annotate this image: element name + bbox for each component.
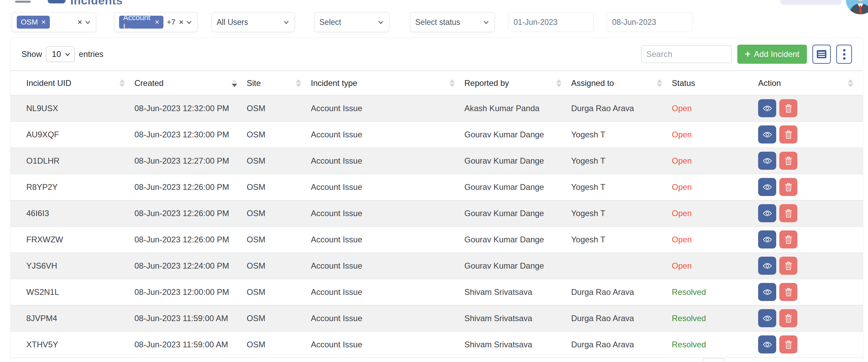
page-size-select[interactable]: 10 — [46, 46, 75, 62]
status-badge: Resolved — [672, 314, 706, 323]
column-header-site[interactable]: Site — [247, 71, 311, 95]
cell-status: Open — [672, 174, 758, 200]
trash-icon — [785, 261, 792, 270]
cell-action — [758, 200, 863, 226]
filter-generic-select[interactable]: Select — [314, 12, 389, 32]
cell-status: Resolved — [672, 331, 758, 358]
table-row: FRXWZW08-Jun-2023 12:26:00 PMOSMAccount … — [11, 226, 863, 253]
cell-created: 08-Jun-2023 11:59:00 AM — [134, 331, 247, 358]
status-badge: Open — [672, 156, 692, 165]
cell-reported-by: Gourav Kumar Dange — [464, 226, 571, 253]
view-incident-button[interactable] — [758, 230, 776, 248]
topbar-action-button[interactable] — [780, 0, 842, 5]
incidents-card: Show 10 entries + Add Incident — [10, 37, 863, 362]
topbar: Incidents — [0, 0, 868, 6]
kebab-icon — [843, 49, 845, 60]
date-from-input[interactable]: 01-Jun-2023 — [508, 12, 594, 32]
delete-incident-button[interactable] — [779, 178, 797, 196]
cell-incident-uid: AU9XQF — [11, 121, 134, 148]
cell-reported-by: Shivam Srivatsava — [464, 331, 571, 358]
view-incident-button[interactable] — [758, 152, 776, 170]
clear-filter-icon[interactable]: × — [179, 17, 184, 27]
trash-icon — [785, 183, 792, 192]
table-row: NL9USX08-Jun-2023 12:32:00 PMOSMAccount … — [11, 95, 863, 121]
clear-filter-icon[interactable]: × — [77, 17, 82, 27]
chevron-down-icon — [283, 19, 290, 26]
cell-incident-uid: O1DLHR — [11, 148, 134, 174]
view-incident-button[interactable] — [758, 99, 776, 117]
cell-incident-type: Account Issue — [311, 148, 464, 174]
status-badge: Open — [672, 209, 692, 218]
view-incident-button[interactable] — [758, 178, 776, 196]
delete-incident-button[interactable] — [779, 335, 797, 353]
delete-incident-button[interactable] — [779, 283, 797, 301]
show-label: Show — [21, 49, 42, 59]
cell-site: OSM — [247, 174, 311, 200]
table-row: XTHV5Y08-Jun-2023 11:59:00 AMOSMAccount … — [11, 331, 863, 358]
list-icon — [816, 50, 827, 59]
trash-icon — [785, 340, 792, 349]
cell-assigned-to: Durga Rao Arava — [571, 305, 672, 331]
eye-icon — [763, 236, 772, 243]
delete-incident-button[interactable] — [779, 204, 797, 222]
delete-incident-button[interactable] — [779, 99, 797, 117]
view-incident-button[interactable] — [758, 125, 776, 144]
search-input[interactable] — [641, 45, 732, 63]
trash-icon — [785, 104, 792, 113]
trash-icon — [785, 156, 792, 165]
chip-remove-icon[interactable]: × — [155, 18, 159, 26]
filter-site[interactable]: OSM × × — [12, 12, 96, 32]
cell-assigned-to: Yogesh T — [571, 148, 672, 174]
filter-user-select[interactable]: All Users — [212, 12, 295, 32]
delete-incident-button[interactable] — [779, 309, 797, 327]
column-header-action[interactable]: Action — [758, 71, 863, 95]
delete-incident-button[interactable] — [779, 257, 797, 275]
column-header-assigned-to[interactable]: Assigned to — [571, 71, 672, 95]
chip-remove-icon[interactable]: × — [41, 18, 46, 26]
filter-status-select[interactable]: Select status — [410, 12, 495, 32]
filter-chip-osm: OSM × — [17, 16, 50, 29]
incidents-table: Incident UIDCreatedSiteIncident typeRepo… — [11, 71, 863, 358]
cell-assigned-to — [571, 253, 672, 279]
table-row: 46I6I308-Jun-2023 12:26:00 PMOSMAccount … — [11, 200, 863, 226]
cell-incident-type: Account Issue — [311, 279, 464, 305]
column-label: Reported by — [464, 78, 509, 88]
cell-created: 08-Jun-2023 12:26:00 PM — [134, 200, 247, 226]
cell-created: 08-Jun-2023 12:30:00 PM — [134, 121, 247, 148]
filter-incident-type[interactable]: Account I... × +7 × — [114, 12, 198, 32]
table-header-row: Incident UIDCreatedSiteIncident typeRepo… — [11, 71, 863, 95]
view-incident-button[interactable] — [758, 309, 776, 327]
delete-incident-button[interactable] — [779, 230, 797, 248]
pagination-button-partial[interactable] — [703, 358, 724, 362]
table-row: YJS6VH08-Jun-2023 12:24:00 PMOSMAccount … — [11, 253, 863, 279]
cell-assigned-to: Durga Rao Arava — [571, 95, 672, 121]
cell-created: 08-Jun-2023 12:26:00 PM — [134, 174, 247, 200]
cell-created: 08-Jun-2023 11:59:00 AM — [134, 305, 247, 331]
column-header-created[interactable]: Created — [134, 71, 247, 95]
view-incident-button[interactable] — [758, 335, 776, 353]
cell-status: Resolved — [672, 279, 758, 305]
column-header-reported-by[interactable]: Reported by — [464, 71, 571, 95]
view-incident-button[interactable] — [758, 283, 776, 301]
delete-incident-button[interactable] — [779, 125, 797, 144]
date-to-input[interactable]: 08-Jun-2023 — [607, 12, 693, 32]
cell-site: OSM — [247, 305, 311, 331]
view-incident-button[interactable] — [758, 204, 776, 222]
cell-created: 08-Jun-2023 12:32:00 PM — [134, 95, 247, 121]
add-incident-button[interactable]: + Add Incident — [737, 45, 807, 64]
cell-assigned-to: Durga Rao Arava — [571, 331, 672, 358]
column-label: Action — [758, 78, 781, 88]
chevron-down-icon — [84, 19, 91, 26]
delete-incident-button[interactable] — [779, 152, 797, 170]
column-visibility-button[interactable] — [812, 45, 831, 64]
column-header-incident-type[interactable]: Incident type — [311, 71, 464, 95]
more-options-button[interactable] — [836, 45, 852, 64]
cell-site: OSM — [247, 331, 311, 358]
cell-incident-type: Account Issue — [311, 305, 464, 331]
cell-incident-uid: WS2N1L — [11, 279, 134, 305]
menu-icon[interactable] — [15, 0, 31, 3]
view-incident-button[interactable] — [758, 257, 776, 275]
trash-icon — [785, 288, 792, 297]
column-header-incident-uid[interactable]: Incident UID — [11, 71, 134, 95]
column-header-status[interactable]: Status — [672, 71, 758, 95]
